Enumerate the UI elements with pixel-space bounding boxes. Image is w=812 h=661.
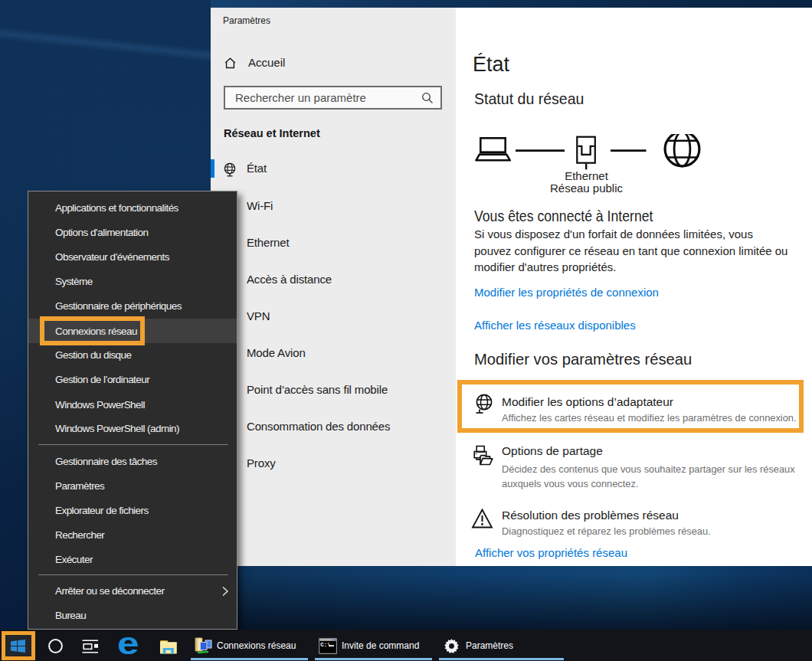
svg-text:C:\: C:\ [320, 642, 331, 648]
